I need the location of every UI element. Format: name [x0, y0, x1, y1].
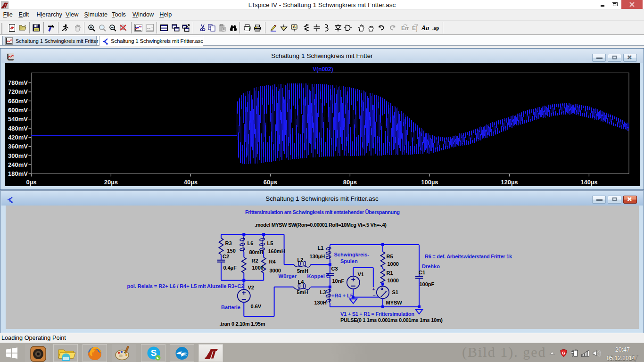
- svg-text:130µH: 130µH: [310, 254, 325, 259]
- svg-text:–: –: [373, 293, 376, 298]
- svg-text:Drehko: Drehko: [422, 263, 440, 269]
- svg-text:+: +: [372, 286, 375, 292]
- svg-text:R5: R5: [387, 254, 393, 259]
- svg-text:PULSE(0 1 1ms 0.001ms 0.001ms: PULSE(0 1 1ms 0.001ms 0.001ms 1ms 10m): [340, 317, 443, 323]
- svg-text:G: G: [562, 350, 565, 355]
- svg-text:S1: S1: [392, 289, 398, 295]
- svg-text:R1: R1: [387, 270, 393, 276]
- svg-text:0.6V: 0.6V: [251, 304, 262, 309]
- svg-text:L5: L5: [267, 240, 273, 246]
- svg-text:80mH: 80mH: [249, 249, 264, 255]
- svg-text:R6 = def. Arbeitswiderstand Fr: R6 = def. Arbeitswiderstand Fritter 1k: [425, 254, 512, 259]
- svg-text:1000: 1000: [388, 261, 399, 267]
- svg-text:S: S: [151, 348, 157, 358]
- svg-text:100pF: 100pF: [420, 281, 435, 287]
- svg-text:R3: R3: [225, 240, 232, 246]
- svg-text:Spulen: Spulen: [340, 258, 358, 264]
- svg-text:150: 150: [227, 248, 236, 254]
- svg-text:.tran 0 2.10m 1.95m: .tran 0 2.10m 1.95m: [220, 321, 265, 327]
- svg-text:C2: C2: [223, 254, 229, 259]
- svg-text:L1: L1: [318, 245, 324, 251]
- svg-text:Batterie: Batterie: [221, 304, 240, 310]
- svg-text:0.4µF: 0.4µF: [223, 265, 237, 271]
- svg-text:3000: 3000: [270, 268, 281, 273]
- svg-text:Koppel C: Koppel C: [307, 273, 330, 279]
- svg-text:1000: 1000: [252, 265, 264, 271]
- svg-text:pol. Relais = R2+ L6 / R4+ L5: pol. Relais = R2+ L6 / R4+ L5 mit Aluzel…: [127, 283, 244, 289]
- svg-text:MYSW: MYSW: [386, 300, 403, 305]
- svg-text:R2: R2: [252, 258, 258, 263]
- svg-text:L2: L2: [297, 257, 304, 263]
- svg-text:L6: L6: [248, 240, 254, 246]
- svg-text:160mH: 160mH: [268, 248, 285, 254]
- svg-text:+R4 + L5: +R4 + L5: [331, 293, 353, 298]
- svg-text:Frittersimulation am Schwingkr: Frittersimulation am Schwingkreis mit en…: [245, 209, 400, 215]
- svg-text:5mH: 5mH: [297, 268, 308, 274]
- svg-text:Würger: Würger: [279, 273, 297, 279]
- svg-text:10nF: 10nF: [332, 278, 345, 284]
- svg-text:130H: 130H: [314, 300, 327, 305]
- svg-text:1000: 1000: [388, 278, 399, 283]
- svg-text:V1 + S1 + R1 = Frittersimulati: V1 + S1 + R1 = Frittersimulation: [340, 311, 414, 317]
- svg-text:C3: C3: [331, 266, 338, 272]
- svg-text:V2: V2: [248, 285, 254, 290]
- svg-text:L3: L3: [320, 289, 326, 295]
- svg-text:.model MYSW SW(Ron=0.00001 Rof: .model MYSW SW(Ron=0.00001 Roff=10Meg Vt…: [255, 222, 387, 228]
- svg-text:5mH: 5mH: [297, 289, 308, 295]
- svg-text:R4: R4: [269, 259, 276, 264]
- svg-text:Schwingkreis-: Schwingkreis-: [334, 252, 370, 257]
- svg-text:L4: L4: [298, 279, 305, 285]
- svg-text:C1: C1: [419, 270, 425, 275]
- svg-text:V1: V1: [358, 272, 364, 277]
